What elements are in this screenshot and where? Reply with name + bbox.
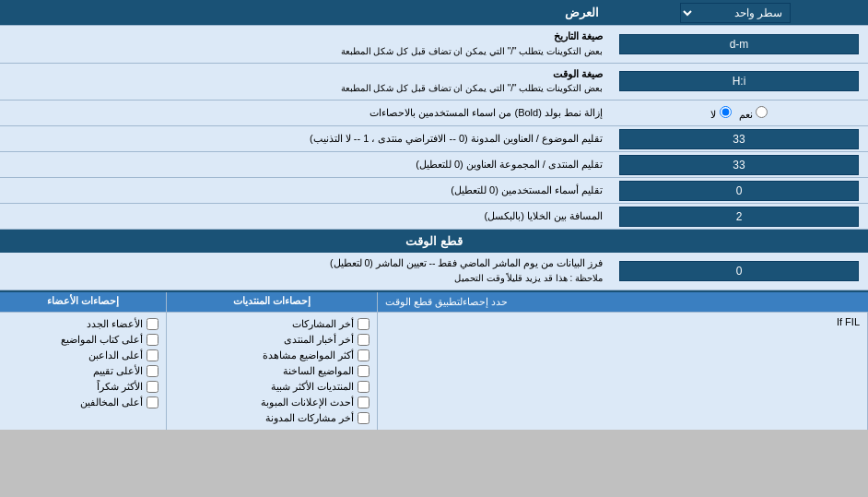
time-value-input[interactable] <box>619 261 859 281</box>
stats-col2-content: الأعضاء الجدد أعلى كتاب المواضيع أعلى ال… <box>0 313 166 430</box>
stats-content: If FIL أخر المشاركات أخر أخبار المنتدى أ… <box>0 313 868 430</box>
time-format-label: صيغة الوقت بعض التكوينات يتطلب "/" التي … <box>0 64 610 101</box>
time-format-input[interactable] <box>619 71 859 91</box>
bold-remove-row: نعم لا إزالة نمط بولد (Bold) من اسماء ال… <box>0 101 868 126</box>
checkbox-col2-6[interactable] <box>147 396 158 408</box>
list-item: المواضيع الساخنة <box>170 363 373 379</box>
cell-spacing-container <box>610 205 868 229</box>
list-item: أكثر المواضيع مشاهدة <box>170 348 373 363</box>
checkbox-col1-4[interactable] <box>358 365 369 377</box>
page-title: العرض <box>4 6 606 19</box>
stats-col1-content: أخر المشاركات أخر أخبار المنتدى أكثر الم… <box>166 313 378 430</box>
stats-col2-header: إحصاءات الأعضاء <box>0 292 166 312</box>
forum-trim-container <box>610 153 868 177</box>
checkbox-col1-6[interactable] <box>358 396 369 408</box>
username-trim-container <box>610 179 868 203</box>
list-item: أخر أخبار المنتدى <box>170 332 373 348</box>
checkbox-col1-1[interactable] <box>358 318 369 330</box>
list-item: الأعلى تقييم <box>4 363 162 379</box>
time-value-label: فرز البيانات من يوم الماشر الماضي فقط --… <box>0 253 610 290</box>
cell-spacing-row: المسافة بين الخلايا (بالبكسل) <box>0 204 868 230</box>
list-item: أحدث الإعلانات المبوبة <box>170 395 373 410</box>
list-item: الأكثر شكراً <box>4 379 162 395</box>
display-select[interactable]: سطر واحدسطر واحد <box>680 3 791 23</box>
checkbox-col2-1[interactable] <box>147 318 158 330</box>
date-format-input[interactable] <box>619 34 859 54</box>
list-item: المنتديات الأكثر شبية <box>170 379 373 395</box>
list-item: أخر مشاركات المدونة <box>170 410 373 426</box>
topic-trim-row: تقليم الموضوع / العناوين المدونة (0 -- ا… <box>0 126 868 152</box>
radio-yes[interactable] <box>756 106 768 118</box>
stats-header-row: حدد إحصاءلتطبيق قطع الوقت إحصاءات المنتد… <box>0 292 868 313</box>
time-section-row: فرز البيانات من يوم الماشر الماضي فقط --… <box>0 253 868 290</box>
stats-limit-area: If FIL <box>378 313 868 430</box>
bold-radio-container: نعم لا <box>610 104 868 123</box>
radio-no-label: لا <box>710 106 731 121</box>
list-item: أعلى المخالفين <box>4 395 162 410</box>
forum-trim-label: تقليم المنتدى / المجموعة العناوين (0 للت… <box>0 154 610 175</box>
radio-no[interactable] <box>720 106 732 118</box>
main-container: سطر واحدسطر واحد العرض صيغة التاريخ بعض … <box>0 0 868 430</box>
forum-trim-row: تقليم المنتدى / المجموعة العناوين (0 للت… <box>0 152 868 178</box>
bottom-label: If FIL <box>378 313 867 331</box>
checkbox-col1-5[interactable] <box>358 381 369 393</box>
cell-spacing-input[interactable] <box>619 207 859 227</box>
username-trim-input[interactable] <box>619 181 859 201</box>
checkbox-col1-2[interactable] <box>358 334 369 346</box>
list-item: أعلى كتاب المواضيع <box>4 332 162 348</box>
checkbox-col2-3[interactable] <box>147 349 158 361</box>
topic-trim-input[interactable] <box>619 129 859 149</box>
forum-trim-input[interactable] <box>619 155 859 175</box>
time-section-header: قطع الوقت <box>0 230 868 253</box>
list-item: أعلى الداعبن <box>4 348 162 363</box>
topic-trim-container <box>610 127 868 151</box>
list-item: أخر المشاركات <box>170 316 373 332</box>
bold-label: إزالة نمط بولد (Bold) من اسماء المستخدمي… <box>0 102 610 124</box>
stats-col1-header: إحصاءات المنتديات <box>166 292 378 312</box>
radio-yes-label: نعم <box>739 106 768 121</box>
date-input-container <box>610 32 868 56</box>
checkbox-col1-3[interactable] <box>358 349 369 361</box>
header-row: سطر واحدسطر واحد العرض <box>0 0 868 26</box>
time-value-container <box>610 259 868 283</box>
checkbox-col2-5[interactable] <box>147 381 158 393</box>
time-format-row: صيغة الوقت بعض التكوينات يتطلب "/" التي … <box>0 64 868 101</box>
cell-spacing-label: المسافة بين الخلايا (بالبكسل) <box>0 206 610 227</box>
checkbox-col1-7[interactable] <box>358 412 369 424</box>
checkbox-col2-4[interactable] <box>147 365 158 377</box>
topic-trim-label: تقليم الموضوع / العناوين المدونة (0 -- ا… <box>0 128 610 149</box>
stats-section: حدد إحصاءلتطبيق قطع الوقت إحصاءات المنتد… <box>0 290 868 430</box>
date-format-row: صيغة التاريخ بعض التكوينات يتطلب "/" الت… <box>0 26 868 64</box>
username-trim-row: تقليم أسماء المستخدمين (0 للتعطيل) <box>0 178 868 204</box>
date-format-label: صيغة التاريخ بعض التكوينات يتطلب "/" الت… <box>0 26 610 63</box>
list-item: الأعضاء الجدد <box>4 316 162 332</box>
time-input-container <box>610 69 868 93</box>
checkbox-col2-2[interactable] <box>147 334 158 346</box>
stats-limit-label: حدد إحصاءلتطبيق قطع الوقت <box>378 292 868 312</box>
username-trim-label: تقليم أسماء المستخدمين (0 للتعطيل) <box>0 180 610 201</box>
